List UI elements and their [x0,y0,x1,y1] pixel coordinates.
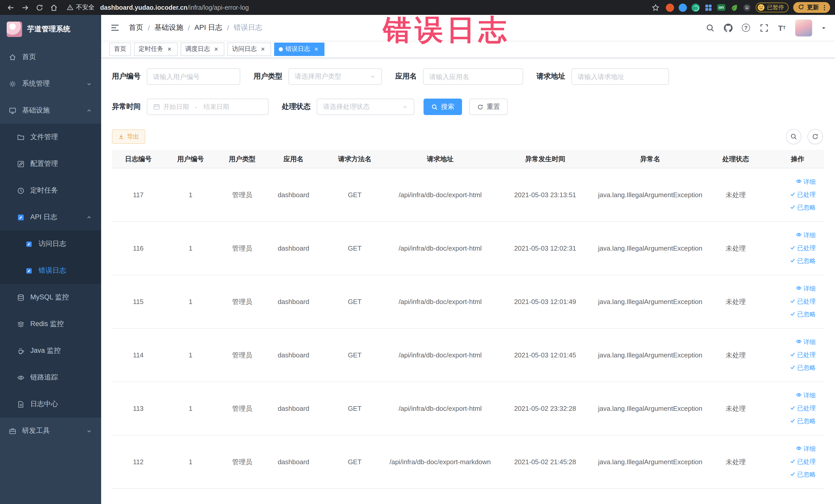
table-cell: 1 [165,329,217,382]
font-size-icon[interactable]: TT [777,23,787,32]
action-processed-link[interactable]: 已处理 [790,404,816,413]
action-ignored-link[interactable]: 已忽略 [790,203,816,212]
sidebar-collapse-icon[interactable] [110,23,120,33]
check-icon [790,471,796,479]
sidebar-item[interactable]: Redis 监控 [0,311,101,337]
tab-item[interactable]: 错误日志× [274,42,324,56]
check-icon [790,204,796,211]
action-processed-link[interactable]: 已处理 [790,297,816,306]
tab-close-icon[interactable]: × [259,45,266,53]
search-button[interactable]: 搜索 [424,99,462,115]
address-url[interactable]: dashboard.yudao.iocoder.cn/infra/log/api… [100,4,249,11]
sidebar-item[interactable]: 日志中心 [0,391,101,418]
check-icon [790,244,796,252]
action-processed-link[interactable]: 已处理 [790,458,816,466]
sidebar-item[interactable]: 配置管理 [0,150,101,177]
action-processed-link[interactable]: 已处理 [790,190,816,199]
filter-row-1: 用户编号 用户类型 请选择用户类型 应用名 请求地址 [112,68,824,85]
sidebar-item[interactable]: 首页 [0,44,101,70]
action-detail-link[interactable]: 详细 [796,391,816,400]
sidebar-item[interactable]: 文件管理 [0,124,101,150]
browser-refresh-button[interactable] [34,2,45,13]
breadcrumb-item[interactable]: 首页 [129,23,143,32]
extension-leaf-icon[interactable] [730,3,738,12]
paused-extension-badge[interactable]: 已暂停 [756,3,789,12]
action-detail-link[interactable]: 详细 [796,284,816,293]
action-processed-link[interactable]: 已处理 [790,244,816,253]
action-detail-link[interactable]: 详细 [796,178,816,186]
action-processed-link[interactable]: 已处理 [790,351,816,360]
table-cell: java.lang.IllegalArgumentException [600,436,700,488]
help-icon[interactable]: ? [741,23,751,32]
action-ignored-link[interactable]: 已忽略 [790,310,816,319]
search-icon[interactable] [705,23,715,32]
browser-back-button[interactable] [5,2,16,13]
extension-teal-icon[interactable] [691,3,699,12]
fullscreen-icon[interactable] [759,23,769,32]
action-detail-link[interactable]: 详细 [796,445,816,453]
app-frame: 芋道管理系统 首页系统管理基础设施文件管理配置管理定时任务API 日志访问日志错… [0,15,835,504]
sidebar-item[interactable]: 错误日志 [0,257,101,284]
exception-time-range[interactable]: 开始日期 - 结束日期 [147,99,268,115]
action-label: 详细 [803,284,816,293]
app-name-input[interactable] [423,68,523,85]
browser-forward-button[interactable] [20,2,30,13]
refresh-table-button[interactable] [808,129,823,144]
breadcrumb-item[interactable]: API 日志 [195,23,223,32]
app-title: 芋道管理系统 [27,25,70,34]
bookmark-star-icon[interactable] [650,2,661,13]
user-id-input[interactable] [147,68,240,85]
sidebar-item[interactable]: API 日志 [0,204,101,230]
toggle-search-button[interactable] [786,129,801,144]
sidebar-item[interactable]: 系统管理 [0,70,101,97]
export-button[interactable]: 导出 [112,129,145,144]
column-header: 请求方法名 [319,150,390,168]
sidebar-item[interactable]: 定时任务 [0,177,101,204]
sidebar-item[interactable]: 链路追踪 [0,364,101,391]
sidebar-item[interactable]: 访问日志 [0,230,101,257]
action-ignored-link[interactable]: 已忽略 [790,257,816,265]
action-detail-link[interactable]: 详细 [796,338,816,347]
sidebar-item-label: 日志中心 [30,400,58,409]
extension-on-badge[interactable]: on [717,4,726,11]
tab-item[interactable]: 调度日志× [181,42,224,56]
sidebar-item[interactable]: 基础设施 [0,97,101,124]
extension-grid-icon[interactable] [704,3,712,12]
table-cell: /api/infra/db-doc/export-html [390,329,490,382]
table-cell: 1 [165,382,217,435]
sidebar-item-label: API 日志 [30,213,57,222]
column-header: 异常发生时间 [490,150,600,168]
tab-close-icon[interactable]: × [313,45,320,53]
reset-button[interactable]: 重置 [469,99,508,115]
sidebar-item[interactable]: MySQL 监控 [0,284,101,311]
request-url-input[interactable] [571,68,669,85]
action-label: 详细 [803,445,816,453]
tab-item[interactable]: 首页 [109,42,131,56]
security-chip[interactable]: 不安全 [67,3,95,12]
chevron-up-icon [86,214,93,221]
tab-close-icon[interactable]: × [212,45,220,53]
action-ignored-link[interactable]: 已忽略 [790,470,816,479]
github-icon[interactable] [724,23,733,32]
extension-orange-icon[interactable] [666,3,674,12]
sidebar-logo[interactable]: 芋道管理系统 [0,15,101,44]
extension-paw-icon[interactable] [743,3,751,12]
breadcrumb-item[interactable]: 基础设施 [155,23,183,32]
avatar-caret-down-icon[interactable] [821,25,827,31]
tab-item[interactable]: 访问日志× [227,42,271,56]
extension-blue-icon[interactable] [678,3,687,12]
chevron-down-icon [86,80,93,87]
action-label: 已忽略 [797,203,816,212]
user-avatar[interactable] [795,19,812,36]
sidebar-item[interactable]: Java 监控 [0,337,101,364]
user-type-select[interactable]: 请选择用户类型 [288,68,382,85]
tab-item[interactable]: 定时任务× [134,42,178,56]
sidebar-item[interactable]: 研发工具 [0,418,101,444]
browser-home-button[interactable] [48,2,59,13]
process-status-select[interactable]: 请选择处理状态 [317,99,414,115]
action-ignored-link[interactable]: 已忽略 [790,364,816,372]
action-ignored-link[interactable]: 已忽略 [790,417,816,426]
browser-update-button[interactable]: 更新 [793,2,830,13]
action-detail-link[interactable]: 详细 [796,231,816,240]
tab-close-icon[interactable]: × [166,45,173,53]
